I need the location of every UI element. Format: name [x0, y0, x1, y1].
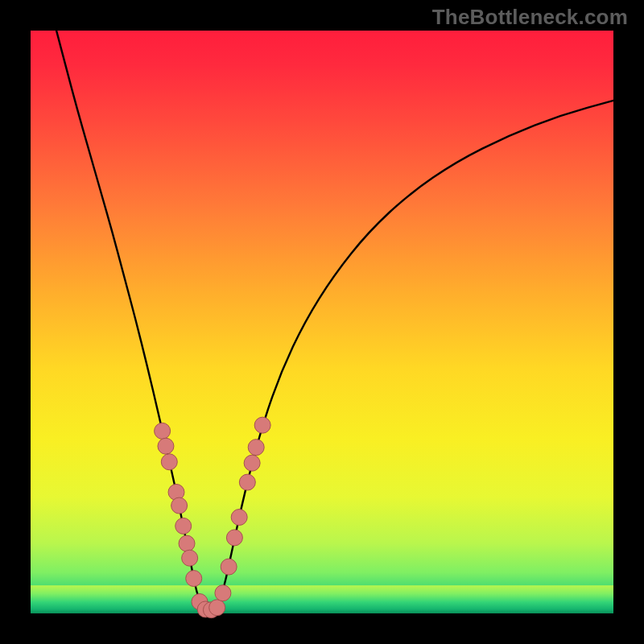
data-dot [209, 600, 225, 616]
plot-layer [31, 31, 613, 613]
data-dots [155, 417, 271, 618]
data-dot [182, 550, 198, 566]
data-dot [215, 585, 231, 601]
data-dot [175, 518, 192, 534]
data-dot [226, 530, 242, 546]
data-dot [186, 571, 202, 587]
data-dot [248, 440, 264, 456]
data-dot [231, 510, 247, 526]
data-dot [254, 417, 270, 433]
data-dot [158, 438, 174, 454]
data-dot [221, 559, 237, 575]
chart-canvas: TheBottleneck.com [0, 0, 644, 644]
data-dot [244, 455, 260, 471]
data-dot [161, 454, 177, 470]
data-dot [179, 535, 195, 551]
data-dot [155, 423, 171, 439]
bottleneck-curve [56, 27, 613, 609]
watermark-text: TheBottleneck.com [432, 5, 628, 30]
data-dot [171, 497, 188, 514]
data-dot [239, 474, 255, 490]
